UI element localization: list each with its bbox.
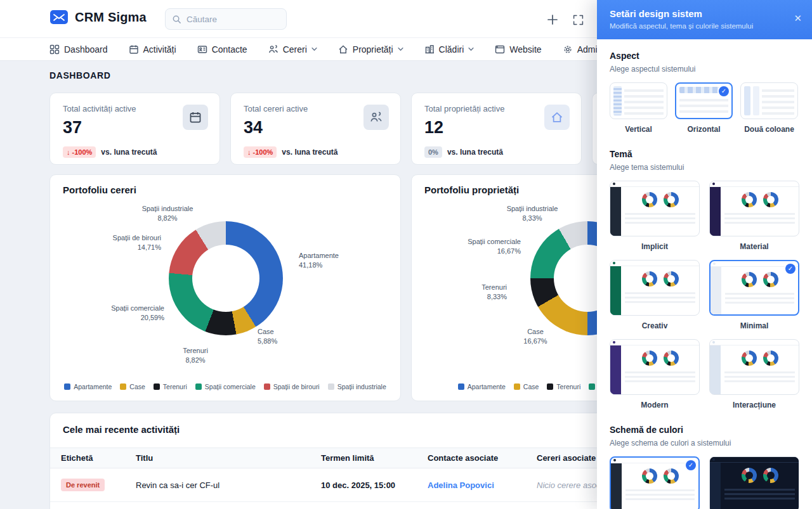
add-button[interactable] [544, 11, 561, 28]
stat-card-proprietati: Total proprietăți active 12 0% vs. luna … [411, 93, 582, 165]
search-box[interactable] [165, 8, 287, 30]
color-option-light[interactable]: ✓ [610, 456, 700, 509]
browser-icon [495, 44, 505, 55]
nav-label: Proprietăți [353, 44, 393, 55]
option-thumbnail: ✓ [610, 82, 667, 119]
section-theme: Temă Alege tema sistemului ✓ Implicit ✓ … [610, 149, 799, 409]
option-label: Două coloane [740, 125, 798, 134]
legend-item[interactable]: Case [120, 383, 145, 390]
row-deadline: 10 dec. 2025, 15:00 [321, 480, 428, 490]
wireframe-column-1 [744, 86, 750, 115]
tag-badge: De revenit [61, 479, 105, 491]
stat-badge: ↓ -100% [63, 146, 96, 158]
nav-label: Dashboard [64, 44, 108, 55]
legend-item[interactable]: Spații industriale [328, 383, 386, 390]
aspect-option-doua-coloane[interactable]: ✓ Două coloane [740, 82, 798, 134]
section-colors: Schemă de culori Alege schema de culori … [610, 425, 799, 509]
column-header: Titlu [136, 453, 321, 463]
legend-chip [458, 383, 464, 390]
stat-card-cereri: Total cereri active 34 ↓ -100% vs. luna … [230, 93, 401, 165]
donut-label: Terenuri8,33% [481, 283, 507, 302]
theme-option-minimal[interactable]: ✓ Minimal [709, 260, 799, 330]
calendar-icon [189, 111, 202, 124]
wireframe-sidebar [613, 86, 622, 115]
theme-option-interactiune[interactable]: ✓ Interacțiune [709, 339, 799, 409]
chevron-down-icon [311, 46, 317, 52]
nav-item-activitati[interactable]: Activități [129, 44, 176, 55]
section-aspect: Aspect Alege aspectul sistemului ✓ Verti… [610, 51, 799, 134]
stat-compare: vs. luna trecută [282, 148, 337, 157]
dashboard-icon [49, 44, 60, 55]
contact-link[interactable]: Adelina Popovici [428, 480, 537, 490]
aspect-option-vertical[interactable]: ✓ Vertical [610, 82, 667, 134]
theme-option-modern[interactable]: ✓ Modern [610, 339, 700, 409]
panel-subtitle: Modifică aspectul, tema și culorile sist… [610, 22, 799, 30]
section-subtitle: Alege aspectul sistemului [610, 65, 799, 74]
legend-chip [154, 383, 160, 390]
wireframe-content [679, 96, 728, 115]
stat-icon-box [544, 105, 570, 130]
people-icon [370, 111, 383, 124]
nav-label: Cereri [283, 44, 307, 55]
app-title: CRM Sigma [75, 10, 147, 25]
nav-label: Website [509, 44, 541, 55]
wireframe-content [624, 86, 664, 115]
house-icon [338, 44, 348, 55]
chevron-down-icon [398, 46, 403, 52]
plus-icon [546, 13, 559, 26]
chart-card-cereri: Portofoliu cereri Spații industriale8,82… [49, 174, 401, 401]
search-input[interactable] [187, 15, 275, 24]
donut-label: Spații industriale8,82% [120, 204, 215, 223]
nav-item-dashboard[interactable]: Dashboard [49, 44, 108, 55]
nav-item-cereri[interactable]: Cereri [268, 44, 317, 55]
legend-chip [120, 383, 126, 390]
nav-item-proprietati[interactable]: Proprietăți [338, 44, 403, 55]
check-icon: ✓ [686, 460, 696, 470]
section-subtitle: Alege schema de culori a sistemului [610, 439, 799, 448]
nav-item-contacte[interactable]: Contacte [197, 44, 247, 55]
wireframe-column-2 [753, 86, 759, 115]
option-thumbnail: ✓ [709, 339, 799, 395]
theme-option-material[interactable]: ✓ Material [709, 181, 799, 251]
people-icon [268, 44, 278, 55]
legend-item[interactable]: Apartamente [64, 383, 112, 390]
theme-option-creativ[interactable]: ✓ Creativ [610, 260, 700, 330]
option-label: Material [709, 242, 799, 251]
stat-compare: vs. luna trecută [101, 148, 157, 157]
search-icon [172, 15, 181, 24]
stat-compare: vs. luna trecută [447, 148, 503, 157]
column-header: Etichetă [61, 453, 136, 463]
fullscreen-button[interactable] [570, 11, 586, 28]
aspect-option-orizontal[interactable]: ✓ Orizontal [675, 82, 733, 134]
donut-chart-cereri[interactable] [169, 221, 283, 335]
donut-label: Spații industriale8,33% [488, 204, 577, 223]
stat-badge: 0% [424, 146, 442, 158]
close-icon[interactable]: ✕ [794, 13, 802, 24]
chart-title: Portofoliu cereri [63, 184, 136, 195]
legend-item[interactable]: Spații comerciale [195, 383, 256, 390]
option-thumbnail: ✓ [740, 82, 798, 119]
option-thumbnail: ✓ [709, 260, 799, 316]
legend-chip [264, 383, 270, 390]
nav-item-cladiri[interactable]: Clădiri [424, 44, 475, 55]
legend-item[interactable]: Apartamente [458, 383, 506, 390]
legend-item[interactable]: Case [514, 383, 539, 390]
recent-activities-title: Cele mai recente activități [63, 424, 180, 435]
section-title: Aspect [610, 51, 799, 61]
legend-item[interactable]: Spații de birouri [264, 383, 320, 390]
legend-chip [514, 383, 520, 390]
legend-item[interactable]: Terenuri [154, 383, 187, 390]
section-title: Temă [610, 149, 799, 159]
nav-item-website[interactable]: Website [495, 44, 541, 55]
option-thumbnail: ✓ [709, 181, 799, 236]
color-option-dark[interactable]: ✓ [709, 456, 799, 509]
option-thumbnail: ✓ [709, 456, 799, 509]
logo[interactable]: CRM Sigma [49, 10, 147, 25]
donut-label: Case5,88% [258, 327, 277, 346]
calendar-icon [129, 44, 139, 55]
panel-body: Aspect Alege aspectul sistemului ✓ Verti… [597, 39, 812, 509]
theme-option-implicit[interactable]: ✓ Implicit [610, 181, 700, 251]
buildings-icon [424, 44, 435, 55]
donut-label: Spații comerciale20,59% [111, 304, 164, 323]
legend-item[interactable]: Terenuri [547, 383, 580, 390]
